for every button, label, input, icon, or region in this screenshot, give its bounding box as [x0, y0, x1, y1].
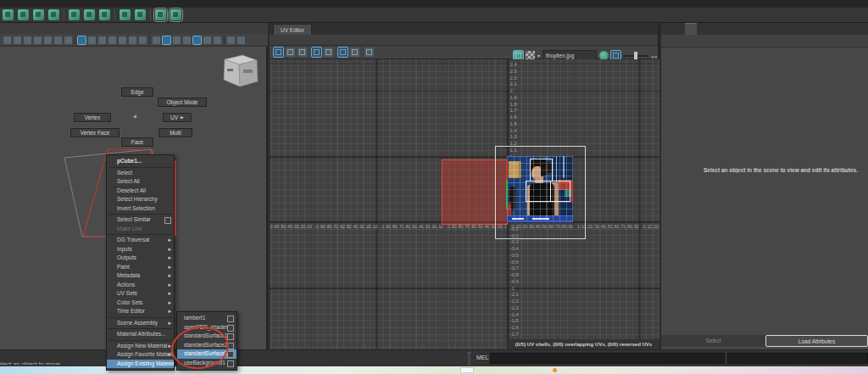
select-camera-icon[interactable]	[3, 36, 11, 44]
texel-density-icon[interactable]	[298, 47, 307, 57]
uv-grid[interactable]: (0/5) UV shells, (0/0) overlapping UVs, …	[270, 59, 659, 349]
context-menu-item[interactable]: Select Hierarchy	[107, 195, 174, 204]
axis-label: 1.6	[510, 114, 517, 120]
field-chart-icon[interactable]	[119, 36, 126, 44]
marking-menu-object-mode[interactable]: Object Mode	[158, 98, 207, 107]
shaded-icon[interactable]	[163, 36, 170, 44]
mel-label: MEL	[476, 354, 488, 360]
uv-distortion-icon[interactable]	[286, 47, 295, 57]
resolution-gate-icon[interactable]	[98, 36, 106, 44]
context-menu-item[interactable]: Assign New Material	[107, 342, 174, 351]
use-all-lights-icon[interactable]	[183, 36, 191, 44]
marking-menu-edge[interactable]: Edge	[121, 87, 153, 97]
drag-handle[interactable]	[468, 352, 470, 366]
context-menu-item[interactable]: Color Sets	[107, 299, 174, 308]
axis-label: -1	[510, 286, 515, 291]
lock-camera-icon[interactable]	[14, 36, 21, 44]
unfold-uv-icon[interactable]	[84, 9, 95, 20]
context-menu-item[interactable]: pCube1...	[107, 157, 174, 166]
textured-icon[interactable]	[173, 36, 181, 44]
uv-editor-tab[interactable]: UV Editor	[273, 24, 312, 35]
cylindrical-mapping-icon[interactable]	[18, 9, 29, 20]
spherical-mapping-icon[interactable]	[33, 9, 44, 20]
uv-editor-toolbar: ▾ thuytien.jpg	[270, 46, 658, 59]
uv-set-editor-icon[interactable]	[170, 9, 181, 20]
axis-label: -1.4	[510, 312, 519, 317]
wireframe-icon[interactable]	[153, 36, 160, 44]
automatic-mapping-icon[interactable]	[48, 9, 59, 20]
load-attributes-button[interactable]: Load Attributes	[765, 335, 868, 347]
context-menu-item[interactable]: Assign Existing Material	[107, 360, 174, 369]
context-menu-item[interactable]: Make Live	[107, 225, 174, 234]
right-panel-tab[interactable]	[685, 23, 697, 35]
optimize-uv-icon[interactable]	[99, 9, 110, 20]
marking-menu-face[interactable]: Face	[121, 137, 153, 147]
command-feedback-field[interactable]	[727, 353, 868, 364]
pcube-object[interactable]	[214, 53, 264, 90]
context-menu-item[interactable]: Scene Assembly	[107, 319, 174, 328]
selected-face-red-edge	[175, 160, 176, 236]
cut-uv-edges-icon[interactable]	[120, 9, 131, 20]
mel-input[interactable]	[490, 353, 725, 364]
update-psd-icon[interactable]	[599, 51, 609, 60]
uv-shell-torso[interactable]	[526, 181, 570, 202]
contour-stretch-icon[interactable]	[69, 9, 80, 20]
isolate-select-icon[interactable]	[312, 47, 321, 57]
context-menu-item[interactable]: Select Similar	[107, 215, 174, 225]
safe-title-icon[interactable]	[139, 36, 147, 44]
material-item[interactable]: lambert1	[177, 314, 236, 323]
marking-menu-vertex[interactable]: Vertex	[74, 113, 111, 122]
planar-mapping-icon[interactable]	[3, 9, 14, 20]
screen-space-ao-icon[interactable]	[203, 36, 211, 44]
context-menu-item[interactable]: Select All	[107, 177, 174, 187]
marking-menu-uv[interactable]: UV▶	[163, 113, 192, 122]
gate-mask-icon[interactable]	[108, 36, 116, 44]
checker-tiling-icon[interactable]	[526, 51, 535, 60]
sew-uv-edges-icon[interactable]	[135, 9, 146, 20]
bookmark-icon[interactable]	[34, 36, 42, 44]
texture-dropdown-caret-icon[interactable]: ▾	[537, 53, 540, 59]
axis-label: 1.5	[510, 121, 517, 126]
view-container-icon[interactable]	[324, 47, 333, 57]
context-menu-item[interactable]: Metadata	[107, 271, 174, 281]
context-menu-item[interactable]: UV Sets	[107, 289, 174, 299]
context-menu-item[interactable]: Assign Favorite Material	[107, 350, 174, 360]
display-image-icon[interactable]	[514, 51, 523, 60]
grid-display-icon[interactable]	[274, 47, 283, 57]
context-menu-item[interactable]: Paint	[107, 263, 174, 272]
context-menu-item[interactable]: Inputs	[107, 245, 174, 254]
motion-blur-icon[interactable]	[214, 36, 221, 44]
texture-borders-icon[interactable]	[338, 47, 348, 57]
baked-texture-icon[interactable]	[611, 51, 620, 60]
context-menu-item[interactable]: Invert Selection	[107, 204, 174, 214]
safe-action-icon[interactable]	[129, 36, 136, 44]
context-menu-item[interactable]: Material Attributes...	[107, 330, 174, 339]
image-plane-icon[interactable]	[44, 36, 52, 44]
camera-attributes-icon[interactable]	[24, 36, 31, 44]
uv-snapshot-icon[interactable]	[364, 47, 374, 57]
context-menu-item[interactable]: DG Traversal	[107, 236, 174, 245]
select-button[interactable]: Select	[661, 335, 765, 347]
context-menu-item[interactable]: Select	[107, 169, 174, 178]
right-panel-tab[interactable]	[661, 23, 673, 35]
context-menu-item[interactable]: Actions	[107, 281, 174, 290]
depth-of-field-icon[interactable]	[237, 36, 245, 44]
context-menu-item[interactable]: Time Editor	[107, 307, 174, 316]
anti-alias-icon[interactable]	[227, 36, 235, 44]
uv-shell-head[interactable]	[530, 159, 553, 181]
marking-menu-multi[interactable]: Multi	[159, 128, 192, 137]
uv-editor-icon[interactable]	[155, 9, 166, 20]
context-menu-item[interactable]: Deselect All	[107, 187, 174, 196]
marking-menu-vertex-face[interactable]: Vertex Face	[70, 128, 120, 137]
slider-handle[interactable]	[634, 52, 637, 59]
grid-icon[interactable]	[78, 36, 86, 44]
film-gate-icon[interactable]	[88, 36, 96, 44]
2d-pan-zoom-icon[interactable]	[54, 36, 62, 44]
shadows-icon[interactable]	[193, 36, 201, 44]
image-dim-slider[interactable]	[623, 51, 648, 60]
grease-pencil-icon[interactable]	[64, 36, 72, 44]
cube-face-texture-mark	[243, 70, 253, 73]
shaded-uv-icon[interactable]	[350, 47, 359, 57]
right-panel-tab[interactable]	[673, 23, 685, 35]
context-menu-item[interactable]: Outputs	[107, 254, 174, 263]
